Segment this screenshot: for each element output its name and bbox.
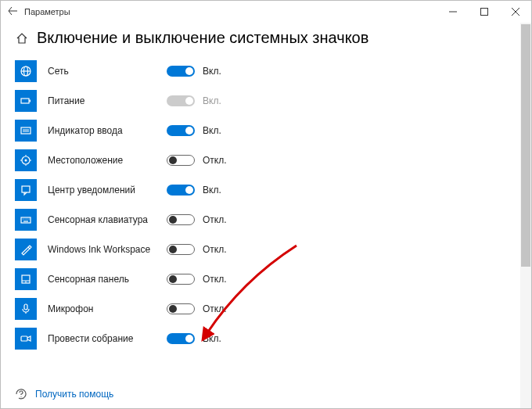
toggle-network[interactable]: [167, 66, 195, 77]
toggle-state-label: Вкл.: [203, 185, 221, 196]
svg-rect-30: [21, 336, 27, 341]
page-header: Включение и выключение системных значков: [1, 23, 531, 56]
toggle-state-label: Откл.: [203, 155, 227, 166]
globe-icon: [15, 60, 37, 82]
setting-row-mic: МикрофонОткл.: [15, 294, 517, 324]
page-title: Включение и выключение системных значков: [37, 29, 368, 47]
help-icon: [15, 388, 27, 400]
toggle-ink[interactable]: [167, 244, 195, 255]
toggle-state-label: Вкл.: [203, 95, 221, 106]
setting-label: Windows Ink Workspace: [48, 244, 167, 255]
maximize-button[interactable]: [469, 1, 500, 23]
toggle-ime[interactable]: [167, 125, 195, 136]
setting-label: Питание: [48, 95, 167, 106]
toggle-state-label: Откл.: [203, 214, 227, 225]
toggle-state-label: Откл.: [203, 303, 227, 314]
touchpad-icon: [15, 268, 37, 290]
action-center-icon: [15, 179, 37, 201]
toggle-mic[interactable]: [167, 303, 195, 314]
setting-row-touchkb: Сенсорная клавиатураОткл.: [15, 205, 517, 235]
window-title: Параметры: [24, 7, 437, 16]
settings-window: Параметры Включение и выключение системн…: [0, 0, 532, 409]
setting-row-location: МестоположениеОткл.: [15, 145, 517, 175]
meet-now-icon: [15, 328, 37, 350]
setting-row-action: Центр уведомленийВкл.: [15, 175, 517, 205]
setting-row-touchpad: Сенсорная панельОткл.: [15, 264, 517, 294]
setting-label: Микрофон: [48, 303, 167, 314]
ink-icon: [15, 239, 37, 260]
svg-rect-7: [21, 99, 29, 103]
setting-label: Сеть: [48, 66, 167, 77]
setting-row-power: ПитаниеВкл.: [15, 86, 517, 116]
svg-point-20: [23, 218, 23, 219]
setting-row-ime: Индикатор вводаВкл.: [15, 116, 517, 145]
svg-point-22: [27, 218, 27, 219]
setting-row-network: СетьВкл.: [15, 56, 517, 86]
setting-label: Сенсорная панель: [48, 274, 167, 285]
help-link[interactable]: Получить помощь: [35, 389, 113, 400]
setting-label: Местоположение: [48, 155, 167, 166]
toggle-state-label: Вкл.: [203, 125, 221, 136]
svg-point-23: [28, 218, 29, 219]
settings-list: СетьВкл.ПитаниеВкл.Индикатор вводаВкл.Ме…: [1, 56, 531, 383]
setting-label: Сенсорная клавиатура: [48, 214, 167, 225]
toggle-power: [167, 95, 195, 106]
home-icon[interactable]: [15, 31, 29, 45]
toggle-state-label: Откл.: [203, 274, 227, 285]
back-button[interactable]: [1, 6, 24, 18]
svg-point-13: [25, 160, 27, 162]
toggle-touchkb[interactable]: [167, 214, 195, 225]
svg-point-31: [20, 396, 21, 397]
help-footer: Получить помощь: [1, 383, 531, 408]
svg-rect-9: [21, 127, 31, 134]
titlebar: Параметры: [1, 1, 531, 23]
location-icon: [15, 149, 37, 171]
close-button[interactable]: [500, 1, 531, 23]
svg-rect-19: [21, 217, 31, 223]
toggle-state-label: Вкл.: [203, 66, 221, 77]
svg-rect-28: [24, 304, 27, 310]
toggle-state-label: Откл.: [203, 244, 227, 255]
toggle-action[interactable]: [167, 185, 195, 196]
setting-label: Провести собрание: [48, 333, 167, 344]
touch-keyboard-icon: [15, 209, 37, 231]
svg-rect-18: [22, 186, 30, 192]
setting-label: Индикатор ввода: [48, 125, 167, 136]
svg-point-21: [24, 218, 25, 219]
setting-row-meetnow: Провести собраниеВкл.: [15, 324, 517, 353]
toggle-meetnow[interactable]: [167, 333, 195, 344]
minimize-button[interactable]: [437, 1, 469, 23]
keyboard-layout-icon: [15, 120, 37, 142]
svg-rect-1: [481, 9, 488, 16]
scrollbar-thumb[interactable]: [521, 24, 530, 267]
svg-rect-8: [30, 100, 31, 102]
setting-row-ink: Windows Ink WorkspaceОткл.: [15, 235, 517, 264]
setting-label: Центр уведомлений: [48, 185, 167, 196]
toggle-location[interactable]: [167, 155, 195, 166]
battery-icon: [15, 90, 37, 112]
toggle-touchpad[interactable]: [167, 274, 195, 285]
microphone-icon: [15, 298, 37, 320]
toggle-state-label: Вкл.: [203, 333, 221, 344]
